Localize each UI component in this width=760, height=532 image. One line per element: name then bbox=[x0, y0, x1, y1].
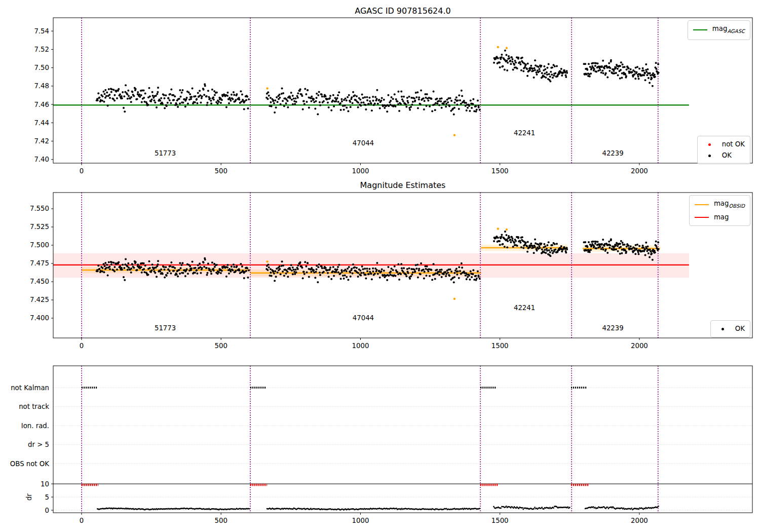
ok-point bbox=[521, 57, 523, 59]
ok-point bbox=[435, 272, 437, 274]
ok-point bbox=[170, 89, 172, 91]
ok-point bbox=[654, 251, 656, 253]
ok-point bbox=[620, 61, 622, 63]
ok-point bbox=[453, 281, 455, 283]
ok-point bbox=[167, 272, 169, 274]
ok-point bbox=[152, 95, 154, 97]
ok-point bbox=[305, 93, 307, 95]
ok-point bbox=[400, 91, 402, 93]
ok-point bbox=[593, 68, 595, 70]
ok-point bbox=[317, 94, 319, 96]
ok-point bbox=[357, 106, 359, 108]
ok-point bbox=[232, 269, 234, 271]
ok-point bbox=[103, 265, 105, 267]
ok-point bbox=[655, 68, 657, 70]
dr-trace-point bbox=[631, 508, 632, 509]
ok-point bbox=[631, 71, 633, 73]
ok-point bbox=[426, 105, 428, 107]
ok-point bbox=[137, 91, 139, 93]
ok-point bbox=[556, 65, 558, 67]
ok-point bbox=[346, 270, 348, 272]
ok-point bbox=[526, 75, 528, 77]
ok-point bbox=[371, 278, 373, 280]
ok-point bbox=[619, 65, 621, 67]
ok-point bbox=[364, 268, 366, 270]
ok-point bbox=[560, 245, 562, 247]
ok-point bbox=[397, 91, 399, 93]
ok-point bbox=[400, 103, 402, 105]
ok-point bbox=[406, 97, 408, 99]
ok-point bbox=[294, 103, 296, 105]
ok-point bbox=[246, 267, 248, 269]
ok-point bbox=[281, 265, 283, 267]
obsid-label: 47044 bbox=[353, 314, 374, 322]
ok-point bbox=[426, 93, 428, 95]
ok-point bbox=[378, 99, 380, 101]
ok-point bbox=[458, 266, 460, 268]
ok-point bbox=[622, 63, 624, 65]
ok-point bbox=[267, 91, 269, 93]
ok-point bbox=[380, 271, 382, 273]
ok-point bbox=[561, 74, 563, 77]
ok-point bbox=[427, 270, 429, 272]
ok-point bbox=[273, 102, 275, 104]
ok-point bbox=[123, 95, 125, 97]
ok-point bbox=[386, 279, 388, 281]
ok-point bbox=[461, 262, 463, 264]
ok-point bbox=[457, 99, 459, 101]
legend-label: OK bbox=[722, 150, 732, 161]
ok-point bbox=[544, 72, 546, 74]
ok-point bbox=[600, 71, 602, 73]
ok-point bbox=[433, 263, 435, 265]
flag-row-label: not Kalman bbox=[11, 384, 49, 392]
ok-point bbox=[186, 97, 188, 99]
ok-point bbox=[516, 67, 518, 69]
ok-point bbox=[433, 90, 435, 92]
ok-point bbox=[283, 105, 285, 107]
obsid-label: 51773 bbox=[155, 149, 176, 157]
ok-point bbox=[586, 69, 588, 71]
ok-point bbox=[192, 87, 194, 89]
y-tick-label: 7.400 bbox=[30, 314, 49, 322]
ok-point bbox=[285, 273, 287, 275]
ok-point bbox=[477, 271, 479, 273]
ok-point bbox=[447, 101, 449, 103]
ok-point bbox=[196, 273, 198, 275]
orange-line-swatch bbox=[695, 204, 709, 205]
x-tick-label: 1500 bbox=[491, 167, 509, 175]
ok-point bbox=[589, 75, 591, 78]
ok-point bbox=[225, 106, 227, 108]
ok-point bbox=[379, 277, 381, 279]
x-tick-label: 1500 bbox=[491, 517, 509, 524]
ok-point bbox=[545, 77, 547, 79]
ok-point bbox=[316, 268, 318, 270]
ok-point bbox=[343, 278, 345, 280]
ok-point bbox=[165, 266, 167, 268]
ok-point bbox=[128, 267, 130, 269]
y-tick-label: 7.500 bbox=[30, 241, 49, 249]
legend-item-ok: OK bbox=[716, 323, 745, 334]
ok-point bbox=[184, 106, 186, 108]
ok-point bbox=[337, 94, 339, 96]
ok-point bbox=[248, 98, 250, 100]
ok-point bbox=[332, 266, 334, 268]
dr-trace-point bbox=[638, 509, 639, 510]
ok-point bbox=[410, 275, 412, 277]
ok-point bbox=[101, 100, 103, 102]
dr-trace-point bbox=[567, 506, 568, 508]
figure: 5177347044422414223905001000150020007.54… bbox=[0, 0, 760, 532]
ok-point bbox=[512, 58, 514, 60]
ok-point bbox=[159, 100, 161, 102]
ok-point bbox=[268, 267, 270, 269]
ok-point bbox=[181, 92, 183, 94]
ok-point bbox=[554, 65, 556, 67]
ok-point bbox=[335, 100, 337, 102]
ok-point bbox=[130, 268, 132, 270]
ok-point bbox=[201, 95, 203, 97]
dr-trace-point bbox=[553, 507, 554, 509]
ok-point bbox=[130, 272, 132, 274]
legend-item-mag: mag bbox=[695, 212, 745, 223]
ok-point bbox=[444, 100, 446, 102]
legend-item-mag-agasc: magAGASC bbox=[693, 23, 745, 37]
ok-point bbox=[644, 254, 646, 256]
